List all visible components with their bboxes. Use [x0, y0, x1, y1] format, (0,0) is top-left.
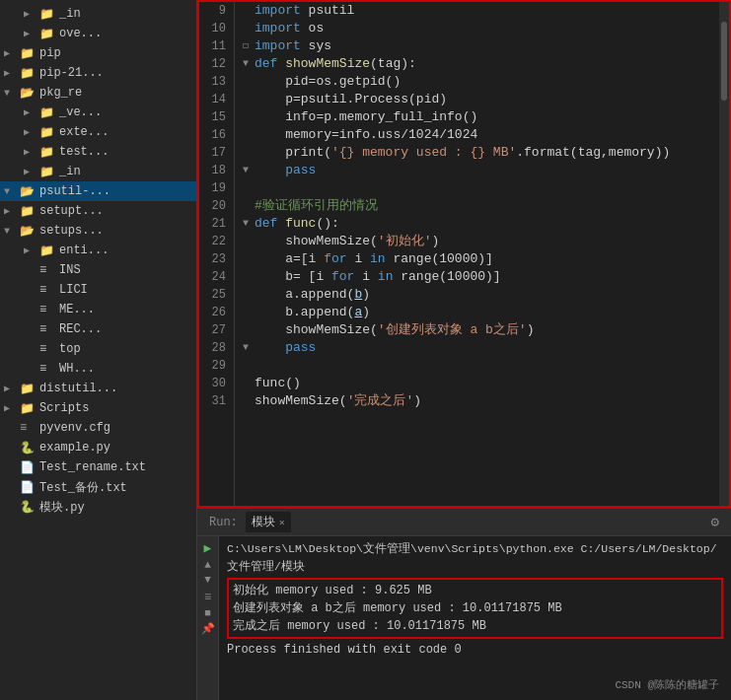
code-line-10: import os — [243, 20, 711, 37]
sidebar-item-distutil[interactable]: ▶ 📁 distutil... — [0, 379, 196, 398]
sidebar-item-label: setups... — [39, 224, 104, 238]
sidebar-item-test[interactable]: ▶ 📁 test... — [0, 142, 196, 162]
folder-icon: 📁 — [39, 105, 55, 120]
sidebar-item-setupt[interactable]: ▶ 📁 setupt... — [0, 201, 196, 221]
file-icon: ≡ — [39, 322, 55, 336]
sidebar-item-rec[interactable]: ≡ REC... — [0, 319, 196, 339]
cfg-icon: ≡ — [20, 421, 36, 435]
terminal-exit-message: Process finished with exit code 0 — [227, 641, 723, 659]
folder-icon: 📁 — [39, 7, 55, 22]
terminal-body: C:\Users\LM\Desktop\文件管理\venv\Scripts\py… — [219, 536, 731, 700]
sidebar-item-label: _ve... — [59, 105, 102, 119]
file-icon: ≡ — [39, 263, 55, 277]
sidebar-item-testbackup[interactable]: 📄 Test_备份.txt — [0, 477, 196, 497]
code-line-27: showMemSize('创建列表对象 a b之后') — [243, 321, 711, 339]
code-line-15: info=p.memory_full_info() — [243, 108, 711, 126]
sidebar-item-pip[interactable]: ▶ 📁 pip — [0, 43, 196, 63]
folder-icon: 📁 — [39, 125, 55, 140]
folder-icon: 📁 — [39, 145, 55, 160]
code-line-26: b.append(a) — [243, 304, 711, 321]
sidebar-item-top[interactable]: ≡ top — [0, 339, 196, 359]
sidebar-item-label: example.py — [39, 441, 110, 455]
file-tree-sidebar: ▶ 📁 _in ▶ 📁 ove... ▶ 📁 pip ▶ 📁 pip-21...… — [0, 0, 197, 700]
sidebar-item-setup2[interactable]: ▼ 📂 setups... — [0, 221, 196, 241]
sidebar-item-label: enti... — [59, 244, 109, 257]
output-line-3: 完成之后 memory used : 10.01171875 MB — [233, 617, 717, 635]
terminal-close-button[interactable]: ✕ — [279, 517, 285, 528]
expand-arrow: ▶ — [24, 166, 39, 177]
folder-icon: 📁 — [39, 27, 55, 41]
code-line-13: pid=os.getpid() — [243, 73, 711, 91]
code-line-21: ▼def func(): — [243, 215, 711, 233]
code-line-20: #验证循环引用的情况 — [243, 197, 711, 215]
terminal-output-box: 初始化 memory used : 9.625 MB 创建列表对象 a b之后 … — [227, 578, 723, 639]
expand-arrow: ▼ — [4, 226, 20, 237]
run-down-button[interactable]: ▼ — [204, 574, 211, 586]
code-text[interactable]: import psutil import os ◻import sys ▼def… — [235, 2, 719, 506]
sidebar-item-label: ME... — [59, 303, 95, 316]
line-numbers: 9 10 11 12 13 14 15 16 17 18 19 20 21 22… — [199, 2, 235, 506]
sidebar-item-enti[interactable]: ▶ 📁 enti... — [0, 241, 196, 260]
sidebar-item-label: Scripts — [39, 401, 89, 415]
sidebar-item-me[interactable]: ≡ ME... — [0, 300, 196, 319]
sidebar-item-psutil[interactable]: ▼ 📂 psutil-... — [0, 181, 196, 201]
terminal-header: Run: 模块 ✕ ⚙ — [197, 509, 731, 536]
expand-arrow: ▶ — [4, 383, 20, 394]
terminal-panel: Run: 模块 ✕ ⚙ ▶ ▲ ▼ ≡ ■ 📌 — [197, 508, 731, 700]
sidebar-item-label: WH... — [59, 362, 95, 376]
sidebar-item-exte[interactable]: ▶ 📁 exte... — [0, 122, 196, 142]
sidebar-item-in[interactable]: ▶ 📁 _in — [0, 4, 196, 24]
folder-icon: 📁 — [20, 401, 36, 416]
sidebar-item-label: top — [59, 342, 81, 356]
run-wrap-button[interactable]: ≡ — [204, 591, 211, 604]
sidebar-item-module[interactable]: 🐍 模块.py — [0, 497, 196, 517]
sidebar-item-pyvenv[interactable]: ≡ pyvenv.cfg — [0, 418, 196, 438]
run-stop-button[interactable]: ■ — [204, 607, 211, 619]
sidebar-item-lic[interactable]: ≡ LICI — [0, 280, 196, 300]
terminal-tab[interactable]: 模块 ✕ — [246, 512, 291, 532]
sidebar-item-pip21[interactable]: ▶ 📁 pip-21... — [0, 63, 196, 83]
code-line-28: ▼ pass — [243, 339, 711, 357]
editor-scrollbar[interactable] — [719, 2, 729, 506]
run-up-button[interactable]: ▲ — [204, 559, 211, 571]
code-line-25: a.append(b) — [243, 286, 711, 304]
folder-icon: 📁 — [39, 165, 55, 179]
sidebar-item-label: _in — [59, 165, 81, 178]
code-line-18: ▼ pass — [243, 162, 711, 179]
expand-arrow: ▶ — [24, 28, 39, 39]
sidebar-item-label: REC... — [59, 322, 102, 336]
run-pin-button[interactable]: 📌 — [201, 622, 215, 635]
expand-arrow: ▶ — [24, 146, 39, 158]
folder-icon: 📁 — [20, 66, 36, 81]
sidebar-item-ve[interactable]: ▶ 📁 _ve... — [0, 103, 196, 122]
sidebar-item-scripts[interactable]: ▶ 📁 Scripts — [0, 398, 196, 418]
folder-icon: 📂 — [20, 86, 36, 101]
run-play-button[interactable]: ▶ — [204, 540, 212, 556]
terminal-gear-icon[interactable]: ⚙ — [711, 514, 719, 530]
sidebar-item-in2[interactable]: ▶ 📁 _in — [0, 162, 196, 181]
main-content: 9 10 11 12 13 14 15 16 17 18 19 20 21 22… — [197, 0, 731, 700]
file-icon: ≡ — [39, 342, 55, 356]
sidebar-item-ins[interactable]: ≡ INS — [0, 260, 196, 280]
sidebar-item-pkg_re[interactable]: ▼ 📂 pkg_re — [0, 83, 196, 103]
code-line-14: p=psutil.Process(pid) — [243, 91, 711, 108]
expand-arrow: ▶ — [24, 8, 39, 20]
expand-arrow: ▶ — [24, 126, 39, 138]
sidebar-item-label: _in — [59, 7, 81, 21]
sidebar-item-label: pkg_re — [39, 86, 82, 100]
sidebar-item-wh[interactable]: ≡ WH... — [0, 359, 196, 379]
sidebar-item-testrename[interactable]: 📄 Test_rename.txt — [0, 457, 196, 477]
code-line-31: showMemSize('完成之后') — [243, 392, 711, 410]
code-line-16: memory=info.uss/1024/1024 — [243, 126, 711, 144]
sidebar-item-label: Test_rename.txt — [39, 460, 146, 474]
sidebar-item-example[interactable]: 🐍 example.py — [0, 438, 196, 457]
code-line-12: ▼def showMemSize(tag): — [243, 55, 711, 73]
txt-icon: 📄 — [20, 460, 36, 475]
output-line-1: 初始化 memory used : 9.625 MB — [233, 582, 717, 599]
sidebar-item-ove[interactable]: ▶ 📁 ove... — [0, 24, 196, 43]
scrollbar-thumb[interactable] — [721, 22, 727, 101]
folder-icon: 📁 — [20, 204, 36, 219]
file-icon: ≡ — [39, 303, 55, 316]
sidebar-item-label: psutil-... — [39, 184, 110, 198]
expand-arrow: ▶ — [4, 47, 20, 59]
